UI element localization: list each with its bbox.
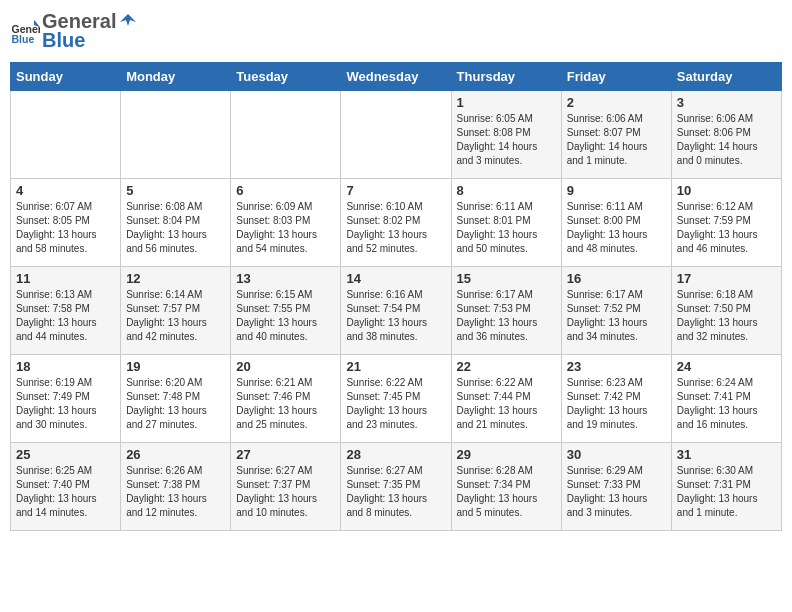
calendar-day-empty-0-0 (11, 91, 121, 179)
calendar-week-1: 1Sunrise: 6:05 AM Sunset: 8:08 PM Daylig… (11, 91, 782, 179)
day-number: 16 (567, 271, 666, 286)
day-header-friday: Friday (561, 63, 671, 91)
calendar-day-29: 29Sunrise: 6:28 AM Sunset: 7:34 PM Dayli… (451, 443, 561, 531)
day-header-sunday: Sunday (11, 63, 121, 91)
day-info: Sunrise: 6:28 AM Sunset: 7:34 PM Dayligh… (457, 464, 556, 520)
day-number: 30 (567, 447, 666, 462)
calendar-day-20: 20Sunrise: 6:21 AM Sunset: 7:46 PM Dayli… (231, 355, 341, 443)
day-info: Sunrise: 6:16 AM Sunset: 7:54 PM Dayligh… (346, 288, 445, 344)
day-number: 10 (677, 183, 776, 198)
day-number: 9 (567, 183, 666, 198)
calendar-day-25: 25Sunrise: 6:25 AM Sunset: 7:40 PM Dayli… (11, 443, 121, 531)
day-number: 26 (126, 447, 225, 462)
day-number: 7 (346, 183, 445, 198)
day-info: Sunrise: 6:14 AM Sunset: 7:57 PM Dayligh… (126, 288, 225, 344)
calendar-day-14: 14Sunrise: 6:16 AM Sunset: 7:54 PM Dayli… (341, 267, 451, 355)
calendar-day-11: 11Sunrise: 6:13 AM Sunset: 7:58 PM Dayli… (11, 267, 121, 355)
day-number: 19 (126, 359, 225, 374)
day-number: 25 (16, 447, 115, 462)
day-header-thursday: Thursday (451, 63, 561, 91)
day-header-wednesday: Wednesday (341, 63, 451, 91)
calendar-day-30: 30Sunrise: 6:29 AM Sunset: 7:33 PM Dayli… (561, 443, 671, 531)
day-info: Sunrise: 6:07 AM Sunset: 8:05 PM Dayligh… (16, 200, 115, 256)
day-info: Sunrise: 6:27 AM Sunset: 7:35 PM Dayligh… (346, 464, 445, 520)
day-number: 11 (16, 271, 115, 286)
calendar-day-23: 23Sunrise: 6:23 AM Sunset: 7:42 PM Dayli… (561, 355, 671, 443)
day-info: Sunrise: 6:22 AM Sunset: 7:45 PM Dayligh… (346, 376, 445, 432)
day-number: 12 (126, 271, 225, 286)
day-info: Sunrise: 6:12 AM Sunset: 7:59 PM Dayligh… (677, 200, 776, 256)
day-number: 5 (126, 183, 225, 198)
day-number: 17 (677, 271, 776, 286)
calendar-day-4: 4Sunrise: 6:07 AM Sunset: 8:05 PM Daylig… (11, 179, 121, 267)
calendar-day-28: 28Sunrise: 6:27 AM Sunset: 7:35 PM Dayli… (341, 443, 451, 531)
day-number: 2 (567, 95, 666, 110)
calendar-day-26: 26Sunrise: 6:26 AM Sunset: 7:38 PM Dayli… (121, 443, 231, 531)
day-info: Sunrise: 6:05 AM Sunset: 8:08 PM Dayligh… (457, 112, 556, 168)
day-info: Sunrise: 6:27 AM Sunset: 7:37 PM Dayligh… (236, 464, 335, 520)
svg-text:Blue: Blue (12, 33, 35, 45)
calendar-day-17: 17Sunrise: 6:18 AM Sunset: 7:50 PM Dayli… (671, 267, 781, 355)
day-info: Sunrise: 6:10 AM Sunset: 8:02 PM Dayligh… (346, 200, 445, 256)
calendar-day-empty-0-1 (121, 91, 231, 179)
day-info: Sunrise: 6:17 AM Sunset: 7:52 PM Dayligh… (567, 288, 666, 344)
day-number: 14 (346, 271, 445, 286)
calendar-day-2: 2Sunrise: 6:06 AM Sunset: 8:07 PM Daylig… (561, 91, 671, 179)
day-header-saturday: Saturday (671, 63, 781, 91)
day-number: 6 (236, 183, 335, 198)
day-info: Sunrise: 6:09 AM Sunset: 8:03 PM Dayligh… (236, 200, 335, 256)
logo-bird-icon (118, 12, 138, 32)
day-number: 23 (567, 359, 666, 374)
day-info: Sunrise: 6:06 AM Sunset: 8:07 PM Dayligh… (567, 112, 666, 168)
calendar-day-24: 24Sunrise: 6:24 AM Sunset: 7:41 PM Dayli… (671, 355, 781, 443)
calendar-day-27: 27Sunrise: 6:27 AM Sunset: 7:37 PM Dayli… (231, 443, 341, 531)
day-number: 15 (457, 271, 556, 286)
day-number: 28 (346, 447, 445, 462)
day-number: 20 (236, 359, 335, 374)
calendar-day-8: 8Sunrise: 6:11 AM Sunset: 8:01 PM Daylig… (451, 179, 561, 267)
day-number: 1 (457, 95, 556, 110)
day-info: Sunrise: 6:18 AM Sunset: 7:50 PM Dayligh… (677, 288, 776, 344)
day-number: 24 (677, 359, 776, 374)
calendar-day-18: 18Sunrise: 6:19 AM Sunset: 7:49 PM Dayli… (11, 355, 121, 443)
day-info: Sunrise: 6:20 AM Sunset: 7:48 PM Dayligh… (126, 376, 225, 432)
day-number: 27 (236, 447, 335, 462)
day-info: Sunrise: 6:30 AM Sunset: 7:31 PM Dayligh… (677, 464, 776, 520)
day-number: 21 (346, 359, 445, 374)
calendar-day-15: 15Sunrise: 6:17 AM Sunset: 7:53 PM Dayli… (451, 267, 561, 355)
calendar-day-6: 6Sunrise: 6:09 AM Sunset: 8:03 PM Daylig… (231, 179, 341, 267)
calendar-week-3: 11Sunrise: 6:13 AM Sunset: 7:58 PM Dayli… (11, 267, 782, 355)
calendar-day-7: 7Sunrise: 6:10 AM Sunset: 8:02 PM Daylig… (341, 179, 451, 267)
day-info: Sunrise: 6:15 AM Sunset: 7:55 PM Dayligh… (236, 288, 335, 344)
calendar-day-16: 16Sunrise: 6:17 AM Sunset: 7:52 PM Dayli… (561, 267, 671, 355)
calendar-day-13: 13Sunrise: 6:15 AM Sunset: 7:55 PM Dayli… (231, 267, 341, 355)
calendar-week-2: 4Sunrise: 6:07 AM Sunset: 8:05 PM Daylig… (11, 179, 782, 267)
day-info: Sunrise: 6:21 AM Sunset: 7:46 PM Dayligh… (236, 376, 335, 432)
day-info: Sunrise: 6:06 AM Sunset: 8:06 PM Dayligh… (677, 112, 776, 168)
calendar-header-row: SundayMondayTuesdayWednesdayThursdayFrid… (11, 63, 782, 91)
calendar-day-1: 1Sunrise: 6:05 AM Sunset: 8:08 PM Daylig… (451, 91, 561, 179)
calendar-week-4: 18Sunrise: 6:19 AM Sunset: 7:49 PM Dayli… (11, 355, 782, 443)
day-number: 22 (457, 359, 556, 374)
day-info: Sunrise: 6:11 AM Sunset: 8:00 PM Dayligh… (567, 200, 666, 256)
logo-icon: General Blue (10, 16, 40, 46)
day-number: 29 (457, 447, 556, 462)
day-number: 13 (236, 271, 335, 286)
day-number: 4 (16, 183, 115, 198)
calendar-day-19: 19Sunrise: 6:20 AM Sunset: 7:48 PM Dayli… (121, 355, 231, 443)
day-info: Sunrise: 6:24 AM Sunset: 7:41 PM Dayligh… (677, 376, 776, 432)
day-info: Sunrise: 6:11 AM Sunset: 8:01 PM Dayligh… (457, 200, 556, 256)
day-number: 8 (457, 183, 556, 198)
calendar-day-12: 12Sunrise: 6:14 AM Sunset: 7:57 PM Dayli… (121, 267, 231, 355)
svg-marker-4 (120, 14, 136, 26)
day-info: Sunrise: 6:26 AM Sunset: 7:38 PM Dayligh… (126, 464, 225, 520)
calendar-day-empty-0-3 (341, 91, 451, 179)
calendar-week-5: 25Sunrise: 6:25 AM Sunset: 7:40 PM Dayli… (11, 443, 782, 531)
page-header: General Blue General Blue (10, 10, 782, 52)
day-info: Sunrise: 6:17 AM Sunset: 7:53 PM Dayligh… (457, 288, 556, 344)
day-info: Sunrise: 6:19 AM Sunset: 7:49 PM Dayligh… (16, 376, 115, 432)
day-number: 31 (677, 447, 776, 462)
day-number: 3 (677, 95, 776, 110)
day-header-tuesday: Tuesday (231, 63, 341, 91)
day-header-monday: Monday (121, 63, 231, 91)
